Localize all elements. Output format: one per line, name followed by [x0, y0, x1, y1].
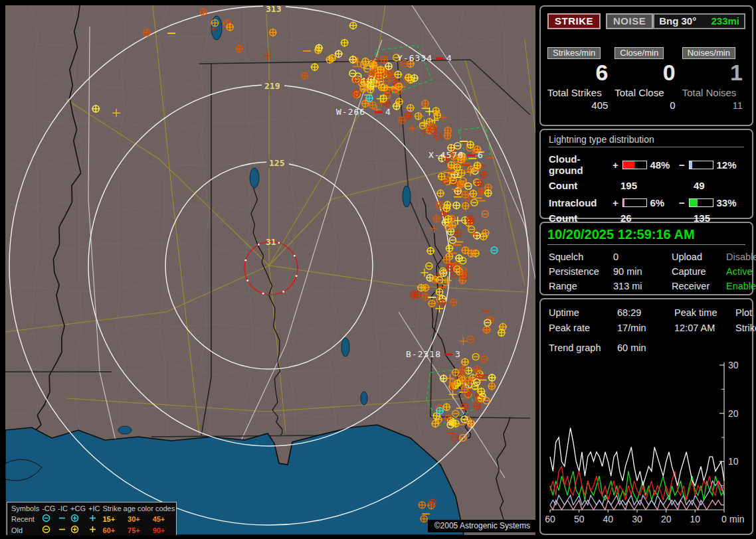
age-code: 45+ [151, 514, 177, 525]
age-code: 90+ [151, 525, 177, 535]
distribution-panel: Lightning type distribution Cloud-ground… [539, 129, 753, 219]
svg-text:B-2318: B-2318 [406, 349, 441, 359]
svg-text:313: 313 [266, 5, 281, 14]
info-grid: Uptime 68:29 Peak time Plot Peak rate 17… [549, 307, 745, 333]
total-strikes-label: Total Strikes [547, 87, 611, 98]
svg-text:4: 4 [385, 107, 391, 117]
status-value: 90 min [613, 266, 672, 277]
plot-value: Strike [735, 323, 756, 333]
svg-text:X-4570: X-4570 [428, 150, 464, 160]
svg-text:min: min [729, 514, 745, 524]
plus-icon [88, 525, 97, 534]
counters-panel: STRIKE NOISE Bng 30° 233mi Strikes/min 6… [539, 5, 753, 126]
legend-old-row: Old60+75+90+ [10, 525, 176, 535]
total-close-label: Total Close [614, 87, 678, 98]
status-value: 313 mi [613, 281, 672, 291]
total-close-value: 0 [614, 100, 678, 111]
circle-plus-icon [70, 514, 79, 522]
trend-graph-label: Trend graph [549, 343, 617, 353]
strikes-per-min-badge: Strikes/min [547, 47, 601, 59]
bearing-distance: 233mi [711, 15, 739, 27]
plus-sign: + [611, 159, 620, 171]
cloud-ground-label: Cloud-ground [549, 153, 611, 176]
total-strikes-value: 405 [547, 100, 611, 111]
status-label: Range [549, 281, 613, 291]
svg-text:60: 60 [545, 514, 555, 524]
uptime-label: Uptime [549, 307, 617, 318]
peak-rate-label: Peak rate [549, 323, 617, 333]
svg-text:125: 125 [269, 158, 284, 168]
close-per-min-badge: Close/min [614, 47, 664, 59]
count-label: Count [549, 180, 620, 191]
circle-plus-icon [70, 525, 79, 534]
legend-col-ncg: -CG [41, 504, 56, 514]
legend-row-label: Recent [10, 514, 41, 525]
strike-mode-button[interactable]: STRIKE [547, 13, 601, 29]
legend-header-row: Symbols -CG -IC +CG +IC Strike age color… [10, 504, 176, 514]
noises-counter: Noises/min 1 Total Noises 11 [682, 46, 745, 111]
svg-text:20: 20 [661, 514, 672, 524]
circle-minus-icon [42, 514, 50, 522]
strikes-counter: Strikes/min 6 Total Strikes 405 [547, 46, 611, 111]
total-noises-value: 11 [682, 100, 745, 111]
bearing-label: Bng 30° [659, 15, 696, 27]
svg-text:40: 40 [603, 514, 614, 524]
plus-sign: + [611, 197, 620, 208]
trend-graph-chart: 1020306050403020100min [543, 358, 749, 532]
svg-text:30: 30 [632, 514, 642, 524]
copyright-text: ©2005 Astrogenic Systems [428, 520, 535, 532]
svg-text:4: 4 [446, 53, 452, 63]
cg-negative-pct: 12% [716, 159, 744, 171]
noises-per-min-badge: Noises/min [682, 47, 735, 59]
cg-positive-count: 195 [620, 180, 694, 191]
svg-text:10: 10 [728, 456, 739, 467]
legend-symbols-header: Symbols [10, 504, 41, 514]
svg-text:0: 0 [721, 514, 727, 524]
ic-negative-bar [689, 198, 714, 207]
map-canvas[interactable]: 31321912531Y-63344W-2664X-45706B-23183 [5, 5, 535, 535]
legend-col-nic: -IC [56, 504, 69, 514]
uptime-value: 68:29 [617, 307, 674, 318]
cg-positive-pct: 48% [650, 159, 678, 171]
status-panel: 10/20/2025 12:59:16 AM Squelch0UploadDis… [539, 222, 753, 295]
minus-icon [58, 525, 66, 534]
noises-rate-value: 1 [682, 60, 745, 84]
status-grid: Squelch0UploadDisabledPersistence90 minC… [549, 252, 745, 291]
circle-minus-icon [42, 525, 50, 534]
distribution-title: Lightning type distribution [549, 134, 744, 147]
cg-positive-bar [622, 161, 648, 169]
svg-text:10: 10 [690, 514, 701, 524]
status-value: Active [726, 266, 756, 277]
status-value: Disabled [726, 252, 756, 262]
svg-text:31: 31 [266, 237, 276, 247]
svg-text:50: 50 [574, 514, 585, 524]
cloud-ground-row: Cloud-ground + 48% − 12% [549, 153, 744, 176]
svg-text:W-266: W-266 [336, 107, 365, 117]
minus-sign: − [678, 197, 686, 208]
intracloud-label: Intracloud [549, 197, 611, 208]
svg-text:3: 3 [455, 349, 460, 359]
svg-text:Y-6334: Y-6334 [397, 53, 432, 63]
legend-row-label: Old [10, 525, 41, 535]
trend-graph-row: Trend graph 60 min [549, 343, 745, 353]
svg-text:30: 30 [728, 360, 739, 370]
ic-negative-pct: 33% [716, 197, 744, 208]
minus-sign: − [678, 159, 686, 171]
cloud-ground-count-row: Count 195 49 [549, 180, 744, 191]
trend-graph-value[interactable]: 60 min [617, 343, 745, 353]
peak-time-value: 12:07 AM [674, 323, 735, 333]
status-value: 0 [613, 252, 672, 262]
total-noises-label: Total Noises [682, 87, 745, 98]
legend-col-pcg: +CG [69, 504, 87, 514]
status-label: Squelch [549, 252, 613, 262]
lightning-map[interactable]: 31321912531Y-63344W-2664X-45706B-23183 S… [5, 5, 535, 535]
bearing-readout: Bng 30° 233mi [653, 13, 745, 29]
peak-rate-value: 17/min [617, 323, 674, 333]
ic-positive-pct: 6% [650, 197, 678, 208]
legend-col-pic: +IC [87, 504, 101, 514]
legend-age-header: Strike age color codes [101, 504, 176, 514]
age-code: 75+ [126, 525, 151, 535]
peak-time-header: Peak time [674, 307, 735, 318]
noise-mode-button[interactable]: NOISE [606, 13, 653, 29]
plus-icon [88, 514, 97, 522]
